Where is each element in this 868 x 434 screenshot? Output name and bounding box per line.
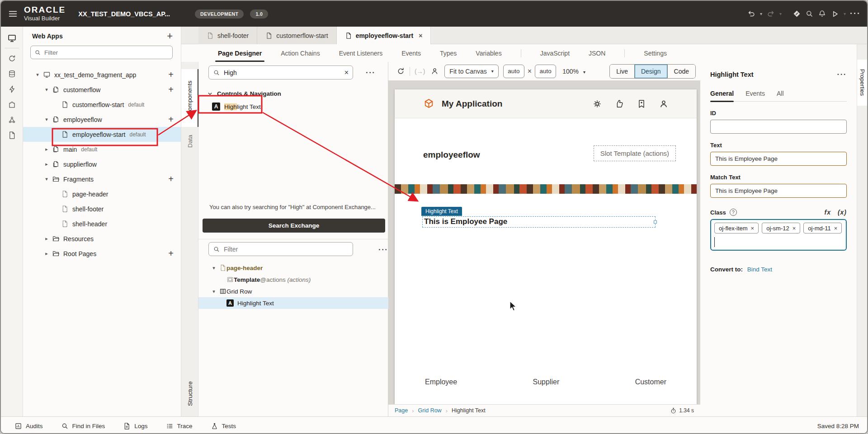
find-in-files-button[interactable]: Find in Files (61, 422, 105, 430)
text-input[interactable] (710, 152, 847, 166)
rail-business-objects-icon[interactable] (1, 66, 23, 81)
add-web-app-button[interactable]: + (167, 32, 173, 40)
tree-item-supplierflow[interactable]: ▸ supplierflow (23, 157, 181, 172)
add-root-page-button[interactable]: + (168, 248, 174, 259)
tab-settings[interactable]: Settings (644, 44, 667, 62)
expand-arrow-icon[interactable]: ▾ (44, 176, 49, 182)
refresh-canvas-icon[interactable] (396, 67, 405, 75)
tab-employeeflow-start[interactable]: employeeflow-start × (337, 27, 431, 44)
tab-properties-vertical[interactable]: Properties (857, 60, 868, 106)
component-highlight-text[interactable]: A Highlight Text (212, 101, 388, 112)
tree-item-resources[interactable]: ▸ Resources (23, 231, 181, 246)
tab-types[interactable]: Types (440, 44, 457, 62)
rail-components-icon[interactable] (1, 97, 23, 112)
rail-processes-icon[interactable] (1, 81, 23, 97)
canvas-height-input[interactable]: auto (535, 65, 556, 78)
tab-json[interactable]: JSON (589, 44, 605, 62)
tab-events[interactable]: Events (401, 44, 421, 62)
tests-button[interactable]: Tests (211, 422, 236, 430)
tree-item-employeeflow[interactable]: ▾ employeeflow + (23, 112, 181, 127)
remove-chip-icon[interactable]: × (834, 225, 838, 232)
logs-button[interactable]: Logs (123, 422, 147, 430)
thumbs-up-icon[interactable] (614, 99, 624, 109)
resize-handle[interactable] (654, 220, 657, 224)
structure-filter-input[interactable] (208, 242, 353, 256)
footer-link-customer[interactable]: Customer (635, 378, 666, 386)
class-chip-oj-sm-12[interactable]: oj-sm-12 × (762, 223, 800, 233)
rail-web-apps-icon[interactable] (1, 30, 23, 46)
mode-code-button[interactable]: Code (668, 65, 695, 78)
header-overflow-menu-icon[interactable]: ··· (850, 9, 861, 19)
collapse-arrow-icon[interactable]: ▸ (44, 236, 49, 242)
expand-arrow-icon[interactable]: ▾ (211, 289, 217, 294)
run-dropdown-caret[interactable]: ▾ (844, 11, 846, 16)
help-question-icon[interactable]: ? (730, 209, 737, 216)
footer-link-supplier[interactable]: Supplier (533, 378, 560, 386)
tree-item-page-header[interactable]: page-header (23, 187, 181, 201)
structure-item-highlight-text[interactable]: A Highlight Text (198, 297, 388, 309)
tree-item-employeeflow-start[interactable]: employeeflow-start default (23, 127, 181, 142)
fit-to-canvas-dropdown[interactable]: Fit to Canvas ▾ (444, 65, 499, 78)
tab-variables[interactable]: Variables (476, 44, 501, 62)
person-icon[interactable] (659, 99, 669, 109)
rail-dependencies-icon[interactable] (1, 112, 23, 127)
expand-arrow-icon[interactable]: ▾ (35, 72, 40, 78)
tree-item-fragments[interactable]: ▾ Fragments + (23, 172, 181, 187)
trace-button[interactable]: Trace (166, 422, 193, 430)
live-edit-mode-icon[interactable]: (→) (415, 68, 425, 75)
tab-all[interactable]: All (777, 90, 784, 101)
tree-item-app[interactable]: ▾ xx_test_demo_fragment_app + (23, 67, 181, 82)
tree-item-root-pages[interactable]: ▸ Root Pages + (23, 246, 181, 261)
variable-picker-icon[interactable]: (x) (838, 209, 847, 216)
expand-arrow-icon[interactable]: ▾ (44, 87, 49, 93)
search-icon[interactable] (805, 9, 814, 18)
mode-live-button[interactable]: Live (610, 65, 634, 78)
run-play-icon[interactable] (830, 9, 840, 19)
tab-event-listeners[interactable]: Event Listeners (339, 44, 383, 62)
structure-menu-icon[interactable]: ··· (378, 245, 388, 254)
tab-page-designer[interactable]: Page Designer (218, 44, 262, 62)
class-chip-oj-md-11[interactable]: oj-md-11 × (803, 223, 842, 233)
hamburger-menu-icon[interactable] (8, 9, 18, 19)
add-page-button[interactable]: + (168, 84, 174, 95)
tree-item-customerflow[interactable]: ▾ customerflow + (23, 82, 181, 97)
tab-action-chains[interactable]: Action Chains (281, 44, 320, 62)
tree-item-shell-header[interactable]: shell-header (23, 216, 181, 231)
structure-item-page-header[interactable]: ▾ page-header (198, 262, 388, 274)
gear-icon[interactable] (592, 99, 602, 109)
selected-component-outline[interactable]: This is Employee Page (422, 216, 656, 228)
tree-item-shell-footer[interactable]: shell-footer (23, 201, 181, 216)
audience-person-icon[interactable] (430, 67, 439, 75)
git-icon[interactable] (793, 9, 801, 18)
footer-link-employee[interactable]: Employee (425, 378, 457, 386)
components-menu-icon[interactable]: ··· (366, 68, 375, 77)
search-exchange-button[interactable]: Search Exchange (203, 219, 385, 233)
components-search-input[interactable]: × (208, 65, 353, 79)
remove-chip-icon[interactable]: × (793, 225, 796, 232)
section-controls-navigation[interactable]: Controls & Navigation (208, 90, 388, 97)
properties-menu-icon[interactable]: ··· (837, 70, 847, 79)
add-fragment-button[interactable]: + (168, 174, 174, 184)
tab-components-vertical[interactable]: Components (181, 69, 198, 127)
page-preview[interactable]: My Application employeeflow Slot Templat… (395, 89, 697, 404)
canvas-width-input[interactable]: auto (503, 65, 524, 78)
collapse-arrow-icon[interactable]: ▸ (44, 146, 49, 152)
remove-chip-icon[interactable]: × (751, 225, 755, 232)
zoom-level-dropdown[interactable]: 100% ▾ (562, 68, 585, 75)
audits-button[interactable]: Audits (14, 422, 43, 430)
close-tab-icon[interactable]: × (419, 32, 422, 39)
tab-customerflow-start[interactable]: customerflow-start (257, 27, 336, 44)
tab-javascript[interactable]: JavaScript (540, 44, 570, 62)
tab-structure-vertical[interactable]: Structure (181, 378, 198, 410)
expand-arrow-icon[interactable]: ▾ (44, 117, 49, 122)
tab-general[interactable]: General (710, 90, 734, 101)
slot-template-placeholder[interactable]: Slot Template (actions) (594, 145, 676, 161)
add-flow-button[interactable]: + (168, 70, 174, 80)
rail-services-icon[interactable] (1, 51, 23, 66)
id-input[interactable] (710, 120, 847, 134)
fx-expression-icon[interactable]: fx (825, 209, 831, 216)
add-page-button[interactable]: + (168, 114, 174, 125)
expand-arrow-icon[interactable]: ▾ (211, 265, 217, 271)
breadcrumb-grid-row[interactable]: Grid Row (418, 407, 442, 414)
tree-item-customerflow-start[interactable]: customerflow-start default (23, 97, 181, 112)
